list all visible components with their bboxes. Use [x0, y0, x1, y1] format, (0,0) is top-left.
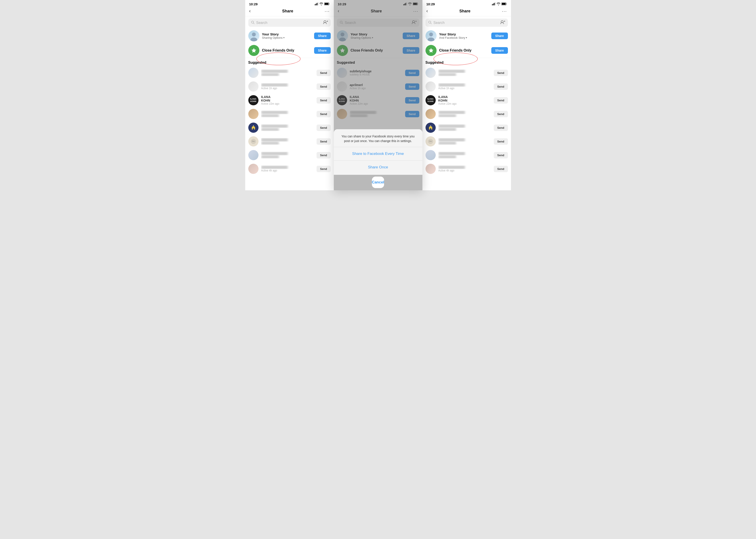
send-button[interactable]: Send: [317, 166, 331, 172]
contact-sub-blurred: [438, 128, 456, 131]
header-title: Share: [459, 9, 470, 14]
send-button[interactable]: Send: [494, 97, 508, 104]
close-friends-share-button[interactable]: Share: [314, 47, 331, 54]
search-placeholder: Search: [433, 21, 499, 25]
send-button[interactable]: Send: [494, 124, 508, 131]
contact-name-blurred: [261, 138, 288, 142]
signal-icon: [492, 2, 496, 6]
contacts-list: Send Active 1h ago Send ILANAKOHN ILANAK…: [245, 66, 334, 176]
svg-point-44: [428, 38, 434, 41]
contact-name-blurred: [261, 69, 288, 73]
contact-sub: Active 22m ago: [438, 102, 457, 105]
contact-row: ILANAKOHN ILANAKOHN Active 22m ago Send: [245, 93, 334, 107]
add-people-icon[interactable]: [323, 20, 328, 25]
contact-info: [438, 111, 491, 117]
svg-rect-32: [492, 4, 493, 5]
modal-message: You can share to your Facebook story eve…: [334, 129, 423, 146]
header: ‹ Share ···: [423, 7, 511, 16]
more-options-button[interactable]: ···: [325, 9, 330, 14]
search-icon: [428, 21, 432, 25]
your-story-info: Your Story And Facebook Story ▾: [439, 32, 489, 39]
contact-row: Send: [423, 66, 511, 80]
contact-sub-blurred: [438, 73, 456, 76]
your-story-share-button[interactable]: Share: [491, 33, 508, 39]
contact-name-blurred: [261, 111, 288, 114]
contact-name-blurred: [438, 166, 465, 169]
screenshots-container: 10:29 ‹ Share ··· Sear: [245, 0, 511, 190]
send-button[interactable]: Send: [317, 152, 331, 158]
send-button[interactable]: Send: [494, 138, 508, 145]
cancel-button[interactable]: Cancel: [372, 177, 384, 188]
svg-rect-5: [325, 3, 328, 5]
svg-rect-34: [494, 3, 495, 5]
your-story-subtitle[interactable]: And Facebook Story ▾: [439, 36, 489, 39]
your-story-subtitle-text: And Facebook Story: [439, 36, 465, 39]
header: ‹ Share ···: [245, 7, 334, 16]
send-button[interactable]: Send: [317, 111, 331, 117]
contact-sub-blurred: [261, 155, 279, 158]
contact-sub-blurred: [438, 114, 456, 117]
contact-sub-blurred: [261, 114, 279, 117]
svg-rect-0: [315, 4, 316, 5]
svg-marker-15: [253, 125, 254, 126]
contact-name-blurred: [438, 152, 465, 155]
svg-line-7: [253, 23, 254, 24]
add-people-icon[interactable]: [500, 20, 505, 25]
contact-row: Diary Send: [423, 134, 511, 148]
contact-row: Send: [245, 121, 334, 134]
svg-marker-47: [430, 125, 431, 126]
contact-sub-blurred: [261, 142, 279, 145]
send-button[interactable]: Send: [494, 166, 508, 172]
contact-row: Send: [245, 148, 334, 162]
contact-info: [438, 138, 491, 145]
back-button[interactable]: ‹: [249, 8, 251, 14]
svg-marker-14: [252, 126, 255, 130]
svg-rect-3: [318, 2, 318, 5]
your-story-avatar: [425, 30, 436, 41]
search-placeholder: Search: [256, 21, 322, 25]
status-icons: [315, 2, 330, 6]
contact-info: [261, 111, 314, 117]
svg-text:Diary: Diary: [429, 141, 432, 142]
status-bar: 10:29: [423, 0, 511, 7]
your-story-subtitle[interactable]: Sharing Options ▾: [262, 36, 312, 39]
svg-rect-33: [493, 4, 494, 5]
wifi-icon: [497, 2, 500, 6]
send-button[interactable]: Send: [317, 124, 331, 131]
send-button[interactable]: Send: [494, 83, 508, 90]
your-story-title: Your Story: [439, 32, 489, 36]
contact-row: Send: [423, 148, 511, 162]
close-friends-share-button[interactable]: Share: [491, 47, 508, 54]
send-button[interactable]: Send: [494, 111, 508, 117]
send-button[interactable]: Send: [317, 83, 331, 90]
contact-sub-blurred: [261, 128, 279, 131]
contact-info: Active 1h ago: [438, 83, 491, 90]
close-friends-row: Close Friends Only Share: [245, 43, 334, 58]
share-every-time-button[interactable]: Share to Facebook Every Time: [334, 148, 423, 159]
contact-row: Active 4h ago Send: [423, 162, 511, 176]
contact-row: Active 4h ago Send: [245, 162, 334, 176]
contact-sub: Active 1h ago: [261, 87, 277, 90]
send-button[interactable]: Send: [317, 70, 331, 76]
search-bar[interactable]: Search: [425, 19, 508, 27]
back-button[interactable]: ‹: [426, 8, 428, 14]
battery-icon: [324, 2, 330, 6]
send-button[interactable]: Send: [494, 70, 508, 76]
more-options-button[interactable]: ···: [502, 9, 507, 14]
send-button[interactable]: Send: [317, 138, 331, 145]
svg-rect-35: [495, 2, 496, 5]
send-button[interactable]: Send: [494, 152, 508, 158]
contact-row: Send: [423, 121, 511, 134]
suggested-section-title: Suggested: [245, 59, 334, 66]
search-bar[interactable]: Search: [248, 19, 331, 27]
send-button[interactable]: Send: [317, 97, 331, 104]
share-once-button[interactable]: Share Once: [334, 162, 423, 173]
contact-name-blurred: [261, 152, 288, 155]
contact-row: Diary Send: [245, 134, 334, 148]
contact-sub: Active 4h ago: [438, 169, 454, 172]
svg-rect-1: [316, 4, 316, 5]
contact-name-blurred: [438, 124, 465, 128]
contact-info: [438, 69, 491, 76]
your-story-share-button[interactable]: Share: [314, 33, 331, 39]
contact-info: [261, 152, 314, 158]
